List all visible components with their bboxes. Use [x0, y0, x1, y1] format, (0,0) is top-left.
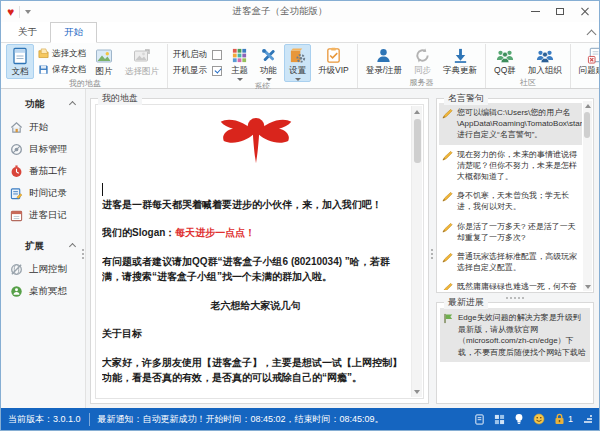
statusbar-divider — [89, 413, 90, 426]
sidebar-section-extensions-label: 扩展 — [25, 240, 44, 253]
main-panel: 我的地盘 进客是一群每天都哭着喊着要进步的小伙伴，来，加入我们吧！ 我们的Slo… — [86, 89, 433, 408]
sidebar-splitter[interactable] — [82, 249, 84, 259]
quote-item[interactable]: 普通玩家选择标准配置，高级玩家选择自定义配置。 — [439, 247, 582, 277]
text-editor[interactable]: 进客是一群每天都哭着喊着要进步的小伙伴，来，加入我们吧！ 我们的Slogan：每… — [95, 104, 424, 399]
sidebar-item-goal-management[interactable]: 目标管理 — [1, 138, 85, 160]
scroll-down-icon[interactable] — [412, 386, 422, 397]
progress-text: Edge失效问题的解决方案是升级到最新版，请从微软官网（microsoft.co… — [458, 312, 587, 358]
resize-grip[interactable] — [584, 415, 592, 423]
heart-logo-icon: ♥ — [7, 6, 14, 18]
sidebar-section-functions[interactable]: 功能 — [1, 93, 85, 116]
quote-text: 你是活了一万多天? 还是活了一天 却重复了一万多次? — [457, 221, 580, 243]
scroll-up-icon[interactable] — [412, 106, 422, 117]
picture-label: 图片 — [96, 66, 113, 78]
sidebar-item-start[interactable]: 开始 — [1, 116, 85, 138]
join-org-button[interactable]: 加入组织 — [523, 44, 567, 78]
quote-pencil-icon — [442, 150, 453, 161]
notice-label: 最新通知：自动更新成功！开始时间：08:45:02，结束时间：08:45:09。 — [98, 413, 384, 426]
progress-item[interactable]: Edge失效问题的解决方案是升级到最新版，请从微软官网（microsoft.co… — [440, 308, 590, 362]
quote-item[interactable]: 现在努力的你，未来的事情谁说得清楚呢？但你不努力，未来是怎样大概都知道了。 — [439, 145, 582, 187]
quote-pencil-icon — [442, 222, 453, 233]
sidebar-item-time-record[interactable]: 时间记录 — [1, 182, 85, 204]
sidebar-item-meditation[interactable]: 桌前冥想 — [1, 280, 85, 302]
sidebar-item-meditation-label: 桌前冥想 — [29, 285, 67, 298]
quote-item[interactable]: 身不饥寒，天未曾负我；学无长进，我何以对天。 — [439, 186, 582, 216]
progress-flag-icon — [443, 313, 454, 324]
sidebar-item-pomodoro[interactable]: 番茄工作 — [1, 160, 85, 182]
autostart-checkbox[interactable] — [212, 50, 222, 60]
slogan-text: 每天进步一点点！ — [175, 227, 255, 238]
autostart-checkbox-row[interactable]: 开机启动 — [173, 49, 222, 61]
minimize-icon[interactable] — [529, 6, 541, 18]
tab-start[interactable]: 开始 — [50, 22, 97, 43]
ribbon-group-server: 登录/注册 同步 字典更新 服务器 — [358, 44, 486, 88]
document-icon — [11, 47, 29, 65]
paragraph-body: 大家好，许多朋友使用【进客盒子】，主要是想试一试【上网控制】功能，看是否真的有效… — [102, 355, 409, 386]
document-button[interactable]: 文档 — [6, 44, 34, 79]
windows-icon[interactable] — [494, 414, 505, 425]
close-icon[interactable] — [579, 6, 591, 18]
quote-item[interactable]: 你是活了一万多天? 还是活了一天 却重复了一万多次? — [439, 217, 582, 247]
select-picture-icon — [133, 47, 151, 65]
lock-status[interactable]: 1 — [554, 413, 573, 425]
quotes-groupbox-label: 名言警句 — [444, 92, 488, 105]
show-on-boot-checkbox-row[interactable]: 开机显示 — [173, 65, 222, 77]
ribbon-collapse-icon[interactable] — [587, 30, 597, 40]
settings-button[interactable]: 设置 — [284, 44, 311, 82]
sync-button[interactable]: 同步 — [409, 44, 436, 78]
save-document-button[interactable]: 保存文档 — [38, 64, 86, 76]
qq-group-button[interactable]: QQ群 — [489, 44, 521, 78]
sidebar-item-diary-label: 进客日记 — [29, 209, 67, 222]
sidebar-item-time-label: 时间记录 — [29, 187, 67, 200]
diary-icon — [10, 209, 23, 222]
smiley-icon[interactable] — [533, 413, 545, 425]
ribbon-group-community: QQ群 加入组织 社区 — [486, 44, 571, 88]
theme-button[interactable]: 主题 — [226, 44, 253, 82]
quote-pencil-icon — [442, 282, 453, 290]
note-icon[interactable] — [474, 414, 485, 425]
upgrade-vip-button[interactable]: 升级VIP — [313, 44, 354, 82]
function-button[interactable]: 功能 — [255, 44, 282, 82]
sidebar-section-extensions[interactable]: 扩展 — [1, 235, 85, 258]
login-label: 登录/注册 — [366, 65, 402, 77]
show-on-boot-checkbox[interactable] — [212, 66, 222, 76]
quotes-scroll-thumb[interactable] — [584, 112, 590, 138]
text-cursor-line — [102, 182, 409, 197]
target-icon — [10, 143, 23, 156]
editor-scroll-thumb[interactable] — [414, 119, 421, 163]
slogan-label: 我们的Slogan： — [102, 227, 175, 238]
sidebar-item-diary[interactable]: 进客日记 — [1, 204, 85, 226]
scroll-up-icon[interactable] — [583, 101, 592, 110]
picture-button[interactable]: 图片 — [90, 44, 118, 79]
dict-update-button[interactable]: 字典更新 — [438, 44, 482, 78]
sidebar: 功能 开始 目标管理 番茄工作 时间记录 进客日记 — [1, 89, 86, 408]
select-picture-button[interactable]: 选择图片 — [120, 44, 164, 79]
ribbon: 文档 选择文档 保存文档 图片 — [1, 43, 599, 89]
login-button[interactable]: 登录/注册 — [361, 44, 407, 78]
select-document-button[interactable]: 选择文档 — [38, 48, 86, 60]
sync-icon — [414, 47, 431, 64]
feedback-button[interactable]: 问题建议 — [574, 44, 600, 78]
tab-about[interactable]: 关于 — [5, 23, 50, 42]
sidebar-item-net-control[interactable]: 上网控制 — [1, 258, 85, 280]
ribbon-group-other: 问题建议 点赞 其他 — [571, 44, 600, 88]
group-label-server: 服务器 — [361, 78, 482, 88]
scroll-down-icon[interactable] — [583, 282, 592, 291]
quotes-scrollbar[interactable] — [583, 101, 592, 291]
my-zone-groupbox-label: 我的地盘 — [98, 92, 142, 105]
join-org-icon — [536, 47, 554, 64]
bulb-icon[interactable] — [514, 413, 524, 425]
ribbon-group-my-zone: 文档 选择文档 保存文档 图片 — [3, 44, 168, 88]
quote-text: 普通玩家选择标准配置，高级玩家选择自定义配置。 — [457, 251, 580, 273]
group-label-community: 社区 — [489, 78, 567, 88]
select-picture-label: 选择图片 — [125, 66, 159, 78]
lock-count: 1 — [568, 414, 573, 424]
quote-item[interactable]: 您可以编辑C:\Users\您的用户名\AppData\Roaming\Toma… — [439, 103, 582, 145]
maximize-icon[interactable] — [554, 6, 566, 18]
quote-item[interactable]: 既然庸庸碌碌也难逃一死，何不奋起一搏？ — [439, 277, 582, 290]
autostart-label: 开机启动 — [173, 49, 207, 61]
progress-groupbox-label: 最新进展 — [444, 296, 488, 309]
editor-scrollbar[interactable] — [411, 106, 422, 397]
sidebar-section-functions-label: 功能 — [25, 98, 44, 111]
quote-pencil-icon — [442, 191, 453, 202]
